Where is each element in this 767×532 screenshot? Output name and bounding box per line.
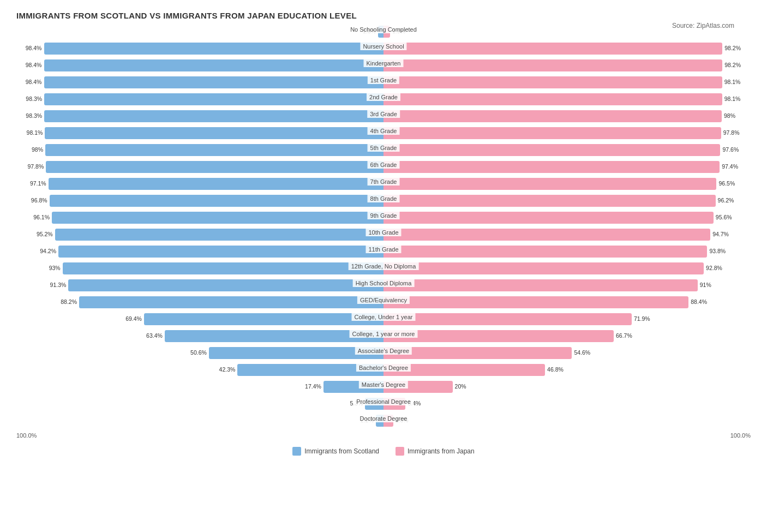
bar-pair: Associate's Degree50.6%54.6% xyxy=(16,347,751,362)
val-scotland: 1.6% xyxy=(363,28,376,34)
bar-japan xyxy=(384,93,722,105)
val-japan: 96.5% xyxy=(719,180,735,187)
chart-row: Master's Degree17.4%20% xyxy=(16,381,751,396)
chart-row: Nursery School98.4%98.2% xyxy=(16,43,751,58)
bar-japan xyxy=(384,229,710,241)
legend-japan: Immigrants from Japan xyxy=(396,447,475,456)
bar-scotland xyxy=(144,313,384,325)
bar-scotland xyxy=(376,415,384,427)
bar-pair: 10th Grade95.2%94.7% xyxy=(16,229,751,244)
val-japan: 71.9% xyxy=(634,315,650,322)
val-japan: 97.6% xyxy=(722,146,739,153)
bar-scotland xyxy=(52,212,384,224)
val-japan: 91% xyxy=(700,282,711,288)
bar-japan xyxy=(384,415,393,427)
bar-scotland xyxy=(44,59,384,71)
bar-japan xyxy=(384,59,722,71)
val-scotland: 91.3% xyxy=(50,282,67,288)
val-japan: 96.2% xyxy=(718,197,734,204)
bar-japan xyxy=(384,110,722,122)
bar-scotland xyxy=(237,364,384,376)
bar-pair: 5th Grade98%97.6% xyxy=(16,144,751,159)
chart-row: 12th Grade, No Diploma93%92.8% xyxy=(16,262,751,278)
bar-pair: Bachelor's Degree42.3%46.8% xyxy=(16,364,751,379)
chart-row: College, 1 year or more63.4%66.7% xyxy=(16,330,751,345)
val-japan: 95.6% xyxy=(716,214,732,220)
bar-scotland xyxy=(44,76,384,88)
bar-scotland xyxy=(79,296,384,308)
val-scotland: 88.2% xyxy=(61,298,77,305)
val-japan: 1.9% xyxy=(392,28,405,34)
val-japan: 97.8% xyxy=(723,129,740,136)
bar-japan xyxy=(384,262,704,274)
bar-scotland xyxy=(45,144,384,156)
bar-scotland xyxy=(58,246,384,258)
val-japan: 98.2% xyxy=(724,45,741,51)
bar-japan xyxy=(384,212,714,224)
val-japan: 2.8% xyxy=(396,417,409,423)
bar-japan xyxy=(384,161,720,173)
chart-row: GED/Equivalency88.2%88.4% xyxy=(16,296,751,312)
val-japan: 98.2% xyxy=(724,62,741,68)
chart-row: Bachelor's Degree42.3%46.8% xyxy=(16,364,751,379)
legend-japan-label: Immigrants from Japan xyxy=(408,447,475,455)
val-scotland: 95.2% xyxy=(37,231,53,237)
bar-japan xyxy=(384,76,722,88)
chart-row: College, Under 1 year69.4%71.9% xyxy=(16,313,751,328)
bar-japan xyxy=(384,296,688,308)
bar-scotland xyxy=(165,330,384,342)
bar-pair: College, Under 1 year69.4%71.9% xyxy=(16,313,751,328)
val-scotland: 97.8% xyxy=(27,163,44,170)
chart-area: No Schooling Completed1.6%1.9%Nursery Sc… xyxy=(16,26,751,439)
val-scotland: 98.3% xyxy=(26,112,42,119)
bar-pair: Nursery School98.4%98.2% xyxy=(16,43,751,58)
bar-japan xyxy=(384,347,572,359)
legend-scotland-label: Immigrants from Scotland xyxy=(304,447,379,455)
bottom-right-label: 100.0% xyxy=(730,432,751,439)
chart-row: 10th Grade95.2%94.7% xyxy=(16,229,751,244)
val-japan: 98.1% xyxy=(724,95,741,102)
val-japan: 92.8% xyxy=(706,265,722,271)
legend-scotland-box xyxy=(292,447,301,456)
chart-row: Professional Degree5.3%6.4% xyxy=(16,398,751,413)
chart-row: 1st Grade98.4%98.1% xyxy=(16,76,751,92)
val-scotland: 2.2% xyxy=(361,417,374,423)
chart-row: Kindergarten98.4%98.2% xyxy=(16,59,751,75)
legend-japan-box xyxy=(396,447,404,456)
bar-japan xyxy=(384,127,721,139)
bar-scotland xyxy=(44,93,384,105)
bar-pair: 12th Grade, No Diploma93%92.8% xyxy=(16,262,751,278)
bar-japan xyxy=(384,144,720,156)
val-scotland: 96.1% xyxy=(33,214,50,220)
bar-pair: 4th Grade98.1%97.8% xyxy=(16,127,751,142)
val-japan: 20% xyxy=(455,383,466,390)
bar-japan xyxy=(384,279,698,291)
bar-scotland xyxy=(44,110,384,122)
legend: Immigrants from Scotland Immigrants from… xyxy=(16,447,751,456)
chart-row: 9th Grade96.1%95.6% xyxy=(16,212,751,227)
bar-japan xyxy=(384,381,453,393)
val-japan: 97.4% xyxy=(722,163,738,170)
val-japan: 66.7% xyxy=(616,332,632,339)
val-scotland: 98.1% xyxy=(27,129,43,136)
bar-pair: 6th Grade97.8%97.4% xyxy=(16,161,751,176)
bar-japan xyxy=(384,26,390,38)
val-scotland: 96.8% xyxy=(31,197,47,204)
val-scotland: 98.4% xyxy=(26,62,42,68)
val-scotland: 42.3% xyxy=(219,366,236,373)
val-scotland: 17.4% xyxy=(305,383,321,390)
bar-pair: Kindergarten98.4%98.2% xyxy=(16,59,751,75)
chart-row: 2nd Grade98.3%98.1% xyxy=(16,93,751,109)
chart-row: 5th Grade98%97.6% xyxy=(16,144,751,159)
val-scotland: 5.3% xyxy=(350,400,363,407)
bottom-left-label: 100.0% xyxy=(16,432,37,439)
val-scotland: 98.3% xyxy=(26,95,42,102)
bar-scotland xyxy=(46,161,384,173)
val-scotland: 93% xyxy=(49,265,61,271)
bar-pair: Professional Degree5.3%6.4% xyxy=(16,398,751,413)
bar-japan xyxy=(384,398,405,410)
bar-japan xyxy=(384,330,614,342)
chart-row: 7th Grade97.1%96.5% xyxy=(16,178,751,193)
bar-pair: 9th Grade96.1%95.6% xyxy=(16,212,751,227)
val-scotland: 69.4% xyxy=(125,315,142,322)
